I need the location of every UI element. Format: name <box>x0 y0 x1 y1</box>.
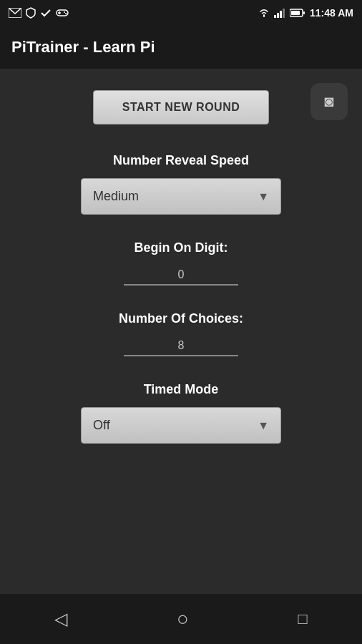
back-button[interactable]: ◁ <box>40 602 82 636</box>
svg-rect-12 <box>303 11 305 14</box>
svg-rect-6 <box>274 15 276 18</box>
dropdown-arrow-icon: ▼ <box>258 190 269 203</box>
status-bar: 11:48 AM <box>0 0 362 26</box>
recent-apps-button[interactable]: □ <box>283 602 321 635</box>
home-button[interactable]: ○ <box>162 600 203 638</box>
number-reveal-speed-label: Number Reveal Speed <box>113 153 249 168</box>
check-icon <box>40 7 52 19</box>
dark-mode-button[interactable]: ◙ <box>310 83 348 120</box>
main-content: ◙ START NEW ROUND Number Reveal Speed Me… <box>0 69 362 594</box>
envelope-icon <box>9 8 21 18</box>
svg-point-4 <box>64 11 65 13</box>
app-title: PiTrainer - Learn Pi <box>11 38 155 57</box>
begin-on-digit-label: Begin On Digit: <box>134 240 228 255</box>
wifi-icon <box>258 8 270 18</box>
timed-mode-dropdown[interactable]: Off ▼ <box>81 407 281 444</box>
number-of-choices-section: Number Of Choices: <box>81 311 281 356</box>
bottom-nav: ◁ ○ □ <box>0 594 362 644</box>
number-reveal-speed-dropdown[interactable]: Medium ▼ <box>81 178 281 215</box>
timed-mode-value: Off <box>93 418 110 433</box>
start-new-round-button[interactable]: START NEW ROUND <box>93 90 270 125</box>
svg-rect-8 <box>280 11 282 18</box>
game-icon <box>56 8 69 18</box>
begin-on-digit-input[interactable] <box>124 265 238 286</box>
signal-icon <box>274 8 285 18</box>
timed-mode-dropdown-arrow-icon: ▼ <box>258 419 269 432</box>
svg-point-5 <box>65 13 67 14</box>
timed-mode-label: Timed Mode <box>144 382 219 397</box>
svg-rect-9 <box>283 9 285 18</box>
timed-mode-dropdown-wrapper: Off ▼ <box>81 407 281 444</box>
status-right: 11:48 AM <box>258 7 353 19</box>
number-reveal-speed-value: Medium <box>93 189 139 204</box>
svg-rect-7 <box>277 13 279 18</box>
begin-on-digit-section: Begin On Digit: <box>81 240 281 286</box>
number-of-choices-input[interactable] <box>124 336 238 356</box>
moon-icon: ◙ <box>324 92 333 111</box>
number-of-choices-label: Number Of Choices: <box>119 311 243 326</box>
status-icons <box>9 7 69 19</box>
battery-icon <box>290 9 305 17</box>
number-reveal-speed-dropdown-wrapper: Medium ▼ <box>81 178 281 215</box>
title-bar: PiTrainer - Learn Pi <box>0 26 362 69</box>
shield-icon <box>26 7 36 19</box>
clock: 11:48 AM <box>310 7 353 19</box>
svg-rect-11 <box>291 11 300 15</box>
